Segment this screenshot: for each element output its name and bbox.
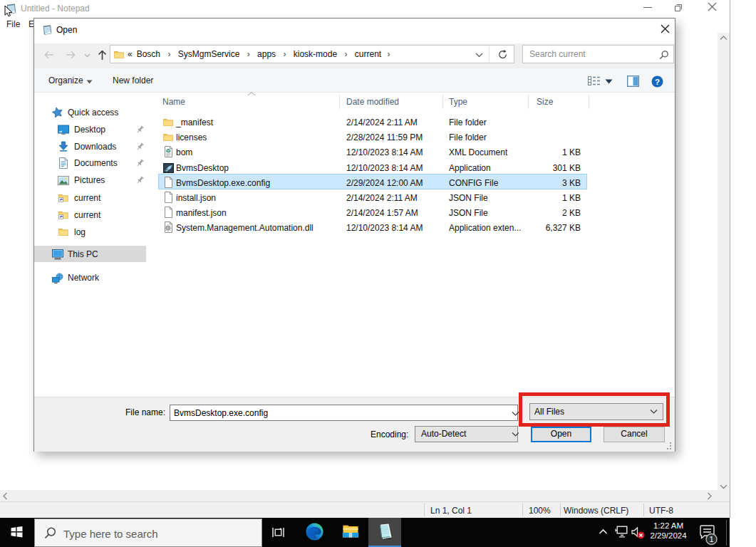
svg-text:1: 1	[709, 535, 713, 543]
svg-text:<e>: <e>	[165, 150, 171, 153]
svg-text:?: ?	[655, 78, 660, 86]
